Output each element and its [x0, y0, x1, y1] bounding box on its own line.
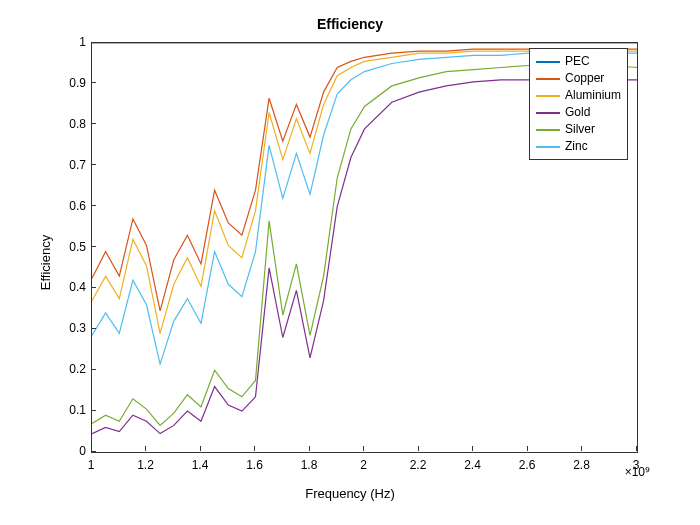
x-tick-label: 1.4: [192, 458, 209, 472]
x-tick-label: 2.6: [519, 458, 536, 472]
legend-item: PEC: [536, 53, 621, 70]
y-tick-label: 0.9: [69, 76, 86, 90]
y-tick-label: 0.6: [69, 199, 86, 213]
chart-figure: Efficiency Frequency (Hz) Efficiency ×10…: [0, 0, 700, 525]
legend-label: Aluminium: [565, 87, 621, 104]
legend-item: Silver: [536, 121, 621, 138]
x-tick-label: 2.2: [410, 458, 427, 472]
x-tick-label: 1: [88, 458, 95, 472]
x-axis-label: Frequency (Hz): [0, 486, 700, 501]
y-tick-label: 0.8: [69, 117, 86, 131]
legend-item: Zinc: [536, 138, 621, 155]
legend-label: Gold: [565, 104, 590, 121]
x-tick-label: 3: [633, 458, 640, 472]
x-tick-label: 2.4: [464, 458, 481, 472]
y-tick-label: 0: [79, 444, 86, 458]
y-tick-label: 0.3: [69, 321, 86, 335]
y-tick-label: 0.5: [69, 240, 86, 254]
legend-swatch: [536, 146, 560, 148]
legend-swatch: [536, 129, 560, 131]
x-tick-label: 1.2: [137, 458, 154, 472]
y-tick-label: 0.2: [69, 362, 86, 376]
y-tick-label: 0.7: [69, 158, 86, 172]
legend-item: Aluminium: [536, 87, 621, 104]
x-tick-label: 2.8: [573, 458, 590, 472]
legend: PECCopperAluminiumGoldSilverZinc: [529, 48, 628, 160]
chart-title: Efficiency: [0, 16, 700, 32]
x-tick-label: 1.8: [301, 458, 318, 472]
legend-swatch: [536, 61, 560, 63]
legend-label: Copper: [565, 70, 604, 87]
legend-label: PEC: [565, 53, 590, 70]
legend-label: Zinc: [565, 138, 588, 155]
legend-label: Silver: [565, 121, 595, 138]
legend-swatch: [536, 112, 560, 114]
x-tick-label: 1.6: [246, 458, 263, 472]
legend-swatch: [536, 78, 560, 80]
legend-item: Gold: [536, 104, 621, 121]
y-tick-label: 0.4: [69, 280, 86, 294]
y-tick-label: 1: [79, 35, 86, 49]
legend-swatch: [536, 95, 560, 97]
y-axis-label: Efficiency: [18, 0, 73, 525]
legend-item: Copper: [536, 70, 621, 87]
x-tick-label: 2: [360, 458, 367, 472]
y-tick-label: 0.1: [69, 403, 86, 417]
